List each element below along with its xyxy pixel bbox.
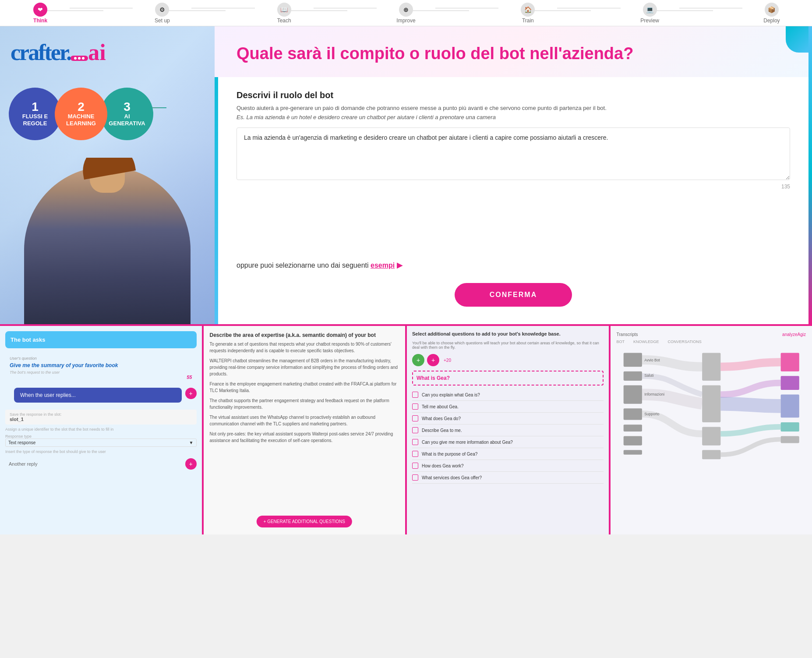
question-checkbox-0[interactable]: [412, 392, 418, 398]
flow-r4: [720, 427, 780, 434]
examples-link[interactable]: esempi: [371, 262, 395, 269]
user-question-label: User's question: [10, 356, 192, 361]
tab-conversations[interactable]: CONVERSATIONS: [668, 340, 702, 344]
nav-step-train[interactable]: 🏠 Train: [496, 3, 559, 24]
question-checkbox-2[interactable]: [412, 415, 418, 421]
nav-connector-4: [435, 8, 498, 8]
question-item-7[interactable]: What services does Gea offer?: [412, 472, 604, 484]
generate-questions-button[interactable]: + GENERATE ADDITIONAL QUESTIONS: [257, 516, 352, 527]
another-reply-text: Another reply: [5, 460, 41, 468]
score-55: 55: [10, 375, 192, 380]
bot-question: User's question Give me the summary of y…: [5, 352, 197, 384]
bot-question-sublabel: The bot's request to the user: [10, 370, 192, 375]
question-item-1[interactable]: Tell me about Gea.: [412, 401, 604, 413]
nav-step-preview[interactable]: 💻 Preview: [618, 3, 681, 24]
sankey-right-5: [780, 436, 799, 443]
sankey-node-2: [623, 371, 642, 381]
role-textarea[interactable]: La mia azienda è un'agenzia di marketing…: [237, 127, 790, 180]
response-type-label: Response type: [5, 434, 197, 439]
circle-1-line1: FLUSSI E: [22, 113, 48, 120]
describe-text-4: The chatbot supports the partner engagem…: [210, 397, 399, 410]
sankey-right-4: [780, 422, 799, 432]
sankey-right-1: [780, 353, 799, 371]
tab-knowledge[interactable]: KNOWLEDGE: [633, 340, 659, 344]
circle-1-num: 1: [32, 101, 39, 113]
panel-4-header: Transcripts analyzeAgiz: [617, 332, 806, 337]
question-checkbox-4[interactable]: [412, 439, 418, 445]
question-item-0[interactable]: Can you explain what Gea is?: [412, 389, 604, 401]
question-item-3[interactable]: Describe Gea to me.: [412, 425, 604, 436]
describe-text-1: To generate a set of questions that resp…: [210, 341, 399, 354]
train-icon: 🏠: [521, 3, 535, 17]
questions-subtitle: You'll be able to choose which questions…: [412, 341, 604, 350]
insert-type-desc: Insert the type of response the bot shou…: [5, 449, 197, 454]
response-type-select[interactable]: Text response ▼: [5, 439, 197, 447]
panel-2-inner: Describe the area of expertise (a.k.a. s…: [204, 326, 406, 534]
response-type-value: Text response: [8, 440, 35, 445]
form-section: Descrivi il ruolo del bot Questo aiuterà…: [215, 77, 812, 256]
add-reply-button[interactable]: +: [185, 388, 197, 399]
nav-step-setup[interactable]: ⚙ Set up: [131, 3, 194, 24]
question-item-4[interactable]: Can you give me more information about G…: [412, 436, 604, 448]
gen-green-button[interactable]: +: [412, 354, 424, 366]
logo-dot-2: [78, 57, 81, 60]
bottom-panel-4: Transcripts analyzeAgiz BOT KNOWLEDGE CO…: [611, 326, 812, 534]
analyze-label: analyzeAgiz: [782, 332, 806, 337]
question-checkbox-7[interactable]: [412, 474, 418, 481]
nav-step-teach[interactable]: 📖 Teach: [253, 3, 316, 24]
bottom-panel-2: Describe the area of expertise (a.k.a. s…: [204, 326, 406, 534]
response-type-row: Response type Text response ▼: [5, 434, 197, 447]
logo-ai-suffix: ai: [88, 40, 106, 65]
question-text-0: Can you explain what Gea is?: [422, 393, 480, 397]
bottom-panels: The bot asks User's question Give me the…: [0, 324, 812, 534]
bot-question-text: Give me the summary of your favorite boo…: [10, 362, 192, 368]
question-item-2[interactable]: What does Gea do?: [412, 413, 604, 425]
circle-2-line2: LEARNING: [66, 120, 96, 127]
gen-pink-button[interactable]: +: [427, 354, 439, 366]
question-item-5[interactable]: What is the purpose of Gea?: [412, 448, 604, 460]
slot-name: slot_1: [10, 417, 192, 422]
tab-bot[interactable]: BOT: [617, 340, 625, 344]
sankey-mid-3: [702, 427, 720, 445]
confirm-button[interactable]: CONFERMA: [455, 283, 572, 307]
add-another-reply-button[interactable]: +: [185, 458, 197, 470]
what-is-title: What is Gea?: [412, 371, 604, 386]
nav-step-improve[interactable]: ⊕ Improve: [374, 3, 438, 24]
question-checkbox-3[interactable]: [412, 427, 418, 433]
flow-4: [642, 414, 702, 434]
examples-row: oppure puoi selezionarne uno dai seguent…: [215, 256, 812, 279]
describe-text-3: Fnance is the employee engagement market…: [210, 381, 399, 394]
question-checkbox-5[interactable]: [412, 451, 418, 457]
train-label: Train: [522, 18, 534, 24]
describe-text-6: Not only pre-sales: the key virtual assi…: [210, 431, 399, 444]
form-example: Es. La mia azienda è un hotel e desidero…: [237, 114, 790, 120]
sankey-mid-1: [702, 353, 720, 381]
setup-icon: ⚙: [155, 3, 169, 17]
circle-2-line1: MACHINE: [68, 113, 95, 120]
nav-step-deploy[interactable]: 📦 Deploy: [740, 3, 803, 24]
flow-r5: [720, 439, 780, 455]
describe-text-2: WALTERPI chatbot streamlines the managem…: [210, 357, 399, 377]
question-item-6[interactable]: How does Gea work?: [412, 460, 604, 472]
circle-2: 2 MACHINE LEARNING: [55, 88, 107, 140]
circle-1-line2: REGOLE: [23, 120, 47, 127]
when-user-text: When the user replies...: [20, 392, 76, 398]
right-panel: Quale sarà il compito o ruolo del bot ne…: [215, 26, 812, 324]
sankey-node-4: [623, 408, 642, 420]
flow-r1: [720, 362, 780, 367]
bot-asks-card: The bot asks: [5, 331, 197, 348]
sankey-node-7: [623, 450, 642, 455]
nav-step-think[interactable]: ❤ Think: [9, 3, 72, 24]
left-panel: crafter. ai 1 FLUSSI E REGOLE 2 MACHINE …: [0, 26, 215, 324]
question-checkbox-6[interactable]: [412, 463, 418, 469]
sankey-chart: Avvio Bot Saluti Informazioni Supporto: [617, 348, 806, 515]
nav-connector-1: [70, 8, 133, 8]
woman-figure: [7, 158, 208, 324]
sankey-mid-4: [702, 450, 720, 459]
sankey-node-5: [623, 425, 642, 432]
question-checkbox-1[interactable]: [412, 403, 418, 410]
sankey-right-3: [780, 395, 799, 418]
flow-r3: [720, 404, 780, 406]
sankey-label-3: Informazioni: [644, 392, 664, 396]
response-type-field: Response type Text response ▼: [5, 434, 197, 447]
